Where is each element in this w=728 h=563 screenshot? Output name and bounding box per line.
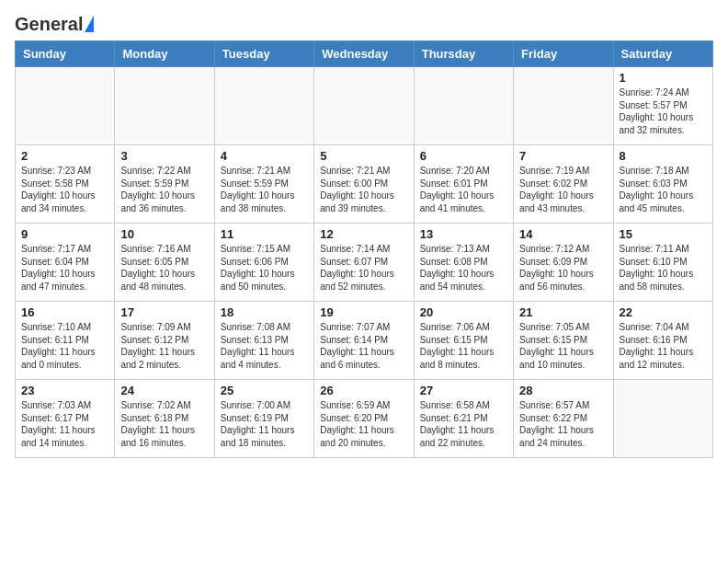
day-info: Sunrise: 6:57 AM Sunset: 6:22 PM Dayligh… (519, 399, 607, 449)
calendar-cell: 19Sunrise: 7:07 AM Sunset: 6:14 PM Dayli… (314, 302, 414, 380)
logo: General (15, 15, 94, 33)
day-number: 21 (519, 305, 607, 319)
day-number: 22 (620, 305, 707, 319)
day-info: Sunrise: 7:07 AM Sunset: 6:14 PM Dayligh… (320, 321, 407, 371)
calendar-cell: 18Sunrise: 7:08 AM Sunset: 6:13 PM Dayli… (214, 302, 313, 380)
day-number: 10 (120, 227, 208, 241)
day-header-monday: Monday (115, 41, 214, 67)
day-info: Sunrise: 7:15 AM Sunset: 6:06 PM Dayligh… (221, 243, 308, 293)
calendar-cell (314, 67, 414, 145)
day-number: 20 (420, 305, 507, 319)
calendar-cell: 25Sunrise: 7:00 AM Sunset: 6:19 PM Dayli… (214, 380, 313, 458)
calendar-week-5: 23Sunrise: 7:03 AM Sunset: 6:17 PM Dayli… (16, 380, 713, 458)
calendar-cell: 4Sunrise: 7:21 AM Sunset: 5:59 PM Daylig… (214, 145, 313, 224)
calendar-cell: 3Sunrise: 7:22 AM Sunset: 5:59 PM Daylig… (115, 145, 214, 224)
calendar-cell: 6Sunrise: 7:20 AM Sunset: 6:01 PM Daylig… (414, 145, 513, 224)
day-header-sunday: Sunday (16, 41, 115, 67)
calendar-cell (115, 67, 214, 145)
day-info: Sunrise: 7:00 AM Sunset: 6:19 PM Dayligh… (221, 399, 308, 449)
day-info: Sunrise: 7:13 AM Sunset: 6:08 PM Dayligh… (420, 243, 507, 293)
logo-triangle-icon (85, 16, 94, 32)
day-info: Sunrise: 7:21 AM Sunset: 5:59 PM Dayligh… (221, 165, 308, 214)
calendar-cell: 9Sunrise: 7:17 AM Sunset: 6:04 PM Daylig… (16, 224, 115, 302)
day-number: 26 (320, 384, 407, 397)
calendar-cell: 26Sunrise: 6:59 AM Sunset: 6:20 PM Dayli… (314, 380, 414, 458)
calendar-header-row: SundayMondayTuesdayWednesdayThursdayFrid… (16, 41, 713, 67)
day-number: 7 (519, 149, 607, 163)
day-info: Sunrise: 7:18 AM Sunset: 6:03 PM Dayligh… (620, 165, 707, 214)
calendar-cell: 10Sunrise: 7:16 AM Sunset: 6:05 PM Dayli… (115, 224, 214, 302)
calendar-cell (214, 67, 313, 145)
day-number: 13 (420, 227, 507, 241)
day-number: 5 (320, 149, 407, 163)
calendar-cell: 1Sunrise: 7:24 AM Sunset: 5:57 PM Daylig… (613, 67, 712, 145)
calendar-cell: 15Sunrise: 7:11 AM Sunset: 6:10 PM Dayli… (613, 224, 712, 302)
day-info: Sunrise: 7:12 AM Sunset: 6:09 PM Dayligh… (519, 243, 607, 293)
calendar-cell: 11Sunrise: 7:15 AM Sunset: 6:06 PM Dayli… (214, 224, 313, 302)
calendar-week-2: 2Sunrise: 7:23 AM Sunset: 5:58 PM Daylig… (16, 145, 713, 224)
calendar-cell: 22Sunrise: 7:04 AM Sunset: 6:16 PM Dayli… (613, 302, 712, 380)
day-info: Sunrise: 7:23 AM Sunset: 5:58 PM Dayligh… (21, 165, 108, 214)
day-number: 23 (21, 384, 108, 397)
day-number: 6 (420, 149, 507, 163)
day-info: Sunrise: 7:20 AM Sunset: 6:01 PM Dayligh… (420, 165, 507, 214)
day-header-saturday: Saturday (613, 41, 712, 67)
day-info: Sunrise: 6:58 AM Sunset: 6:21 PM Dayligh… (420, 399, 507, 449)
day-info: Sunrise: 7:11 AM Sunset: 6:10 PM Dayligh… (620, 243, 707, 293)
calendar-cell: 7Sunrise: 7:19 AM Sunset: 6:02 PM Daylig… (514, 145, 613, 224)
day-number: 14 (519, 227, 607, 241)
day-info: Sunrise: 7:21 AM Sunset: 6:00 PM Dayligh… (320, 165, 407, 214)
calendar-cell: 17Sunrise: 7:09 AM Sunset: 6:12 PM Dayli… (115, 302, 214, 380)
day-number: 4 (221, 149, 308, 163)
day-info: Sunrise: 7:10 AM Sunset: 6:11 PM Dayligh… (21, 321, 108, 371)
calendar-cell: 23Sunrise: 7:03 AM Sunset: 6:17 PM Dayli… (16, 380, 115, 458)
day-info: Sunrise: 7:19 AM Sunset: 6:02 PM Dayligh… (519, 165, 607, 214)
day-info: Sunrise: 7:17 AM Sunset: 6:04 PM Dayligh… (21, 243, 108, 293)
day-header-thursday: Thursday (414, 41, 513, 67)
day-header-tuesday: Tuesday (214, 41, 313, 67)
day-number: 11 (221, 227, 308, 241)
day-number: 24 (120, 384, 208, 397)
calendar-cell: 24Sunrise: 7:02 AM Sunset: 6:18 PM Dayli… (115, 380, 214, 458)
day-info: Sunrise: 6:59 AM Sunset: 6:20 PM Dayligh… (320, 399, 407, 449)
day-info: Sunrise: 7:16 AM Sunset: 6:05 PM Dayligh… (120, 243, 208, 293)
calendar-cell: 20Sunrise: 7:06 AM Sunset: 6:15 PM Dayli… (414, 302, 513, 380)
day-number: 3 (120, 149, 208, 163)
calendar-cell (514, 67, 613, 145)
calendar-cell: 8Sunrise: 7:18 AM Sunset: 6:03 PM Daylig… (613, 145, 712, 224)
calendar-cell (414, 67, 513, 145)
day-header-wednesday: Wednesday (314, 41, 414, 67)
day-info: Sunrise: 7:05 AM Sunset: 6:15 PM Dayligh… (519, 321, 607, 371)
calendar-cell (16, 67, 115, 145)
day-info: Sunrise: 7:08 AM Sunset: 6:13 PM Dayligh… (221, 321, 308, 371)
calendar-cell: 21Sunrise: 7:05 AM Sunset: 6:15 PM Dayli… (514, 302, 613, 380)
day-number: 15 (620, 227, 707, 241)
day-number: 2 (21, 149, 108, 163)
calendar-cell (613, 380, 712, 458)
calendar-table: SundayMondayTuesdayWednesdayThursdayFrid… (15, 40, 713, 458)
day-number: 12 (320, 227, 407, 241)
calendar-cell: 5Sunrise: 7:21 AM Sunset: 6:00 PM Daylig… (314, 145, 414, 224)
calendar-cell: 16Sunrise: 7:10 AM Sunset: 6:11 PM Dayli… (16, 302, 115, 380)
day-number: 18 (221, 305, 308, 319)
day-info: Sunrise: 7:09 AM Sunset: 6:12 PM Dayligh… (120, 321, 208, 371)
day-header-friday: Friday (514, 41, 613, 67)
calendar-week-4: 16Sunrise: 7:10 AM Sunset: 6:11 PM Dayli… (16, 302, 713, 380)
calendar-cell: 2Sunrise: 7:23 AM Sunset: 5:58 PM Daylig… (16, 145, 115, 224)
page-header: General (15, 15, 713, 33)
day-info: Sunrise: 7:03 AM Sunset: 6:17 PM Dayligh… (21, 399, 108, 449)
day-number: 1 (620, 71, 707, 85)
calendar-cell: 12Sunrise: 7:14 AM Sunset: 6:07 PM Dayli… (314, 224, 414, 302)
calendar-cell: 28Sunrise: 6:57 AM Sunset: 6:22 PM Dayli… (514, 380, 613, 458)
day-number: 17 (120, 305, 208, 319)
day-number: 9 (21, 227, 108, 241)
day-info: Sunrise: 7:24 AM Sunset: 5:57 PM Dayligh… (620, 86, 707, 136)
day-number: 8 (620, 149, 707, 163)
day-info: Sunrise: 7:02 AM Sunset: 6:18 PM Dayligh… (120, 399, 208, 449)
calendar-cell: 27Sunrise: 6:58 AM Sunset: 6:21 PM Dayli… (414, 380, 513, 458)
day-number: 16 (21, 305, 108, 319)
day-number: 25 (221, 384, 308, 397)
day-info: Sunrise: 7:04 AM Sunset: 6:16 PM Dayligh… (620, 321, 707, 371)
day-info: Sunrise: 7:06 AM Sunset: 6:15 PM Dayligh… (420, 321, 507, 371)
day-number: 28 (519, 384, 607, 397)
